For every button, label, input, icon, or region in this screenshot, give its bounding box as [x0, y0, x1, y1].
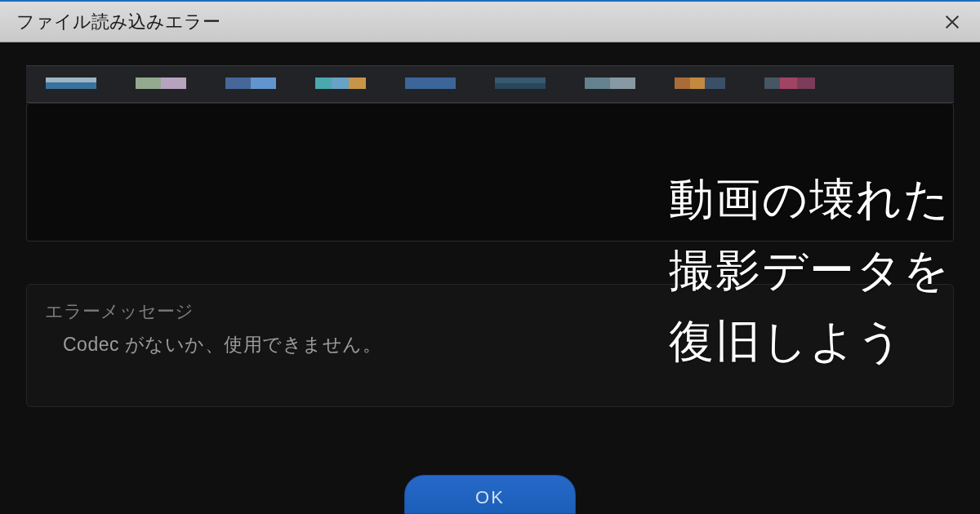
thumbnail[interactable] [764, 78, 815, 89]
thumbnail[interactable] [495, 78, 546, 89]
error-dialog: ファイル読み込みエラー エラーメッセージ Codec がないか、使用できません。… [0, 0, 980, 514]
thumbnail[interactable] [136, 78, 186, 89]
dialog-title: ファイル読み込みエラー [16, 10, 220, 34]
ok-button-label: OK [475, 487, 505, 508]
thumbnail[interactable] [585, 78, 635, 89]
close-button[interactable] [936, 6, 969, 38]
dialog-content: エラーメッセージ Codec がないか、使用できません。 OK 動画の壊れた 撮… [0, 42, 980, 514]
overlay-caption: 動画の壊れた 撮影データを 復旧しよう [669, 165, 951, 378]
close-icon [943, 13, 961, 31]
ok-button[interactable]: OK [404, 475, 576, 514]
thumbnail[interactable] [315, 78, 366, 89]
thumbnail[interactable] [46, 78, 96, 89]
thumbnail-strip [26, 65, 954, 103]
thumbnail[interactable] [405, 78, 456, 89]
titlebar: ファイル読み込みエラー [0, 2, 980, 42]
thumbnail[interactable] [675, 78, 725, 89]
thumbnail[interactable] [225, 78, 276, 89]
